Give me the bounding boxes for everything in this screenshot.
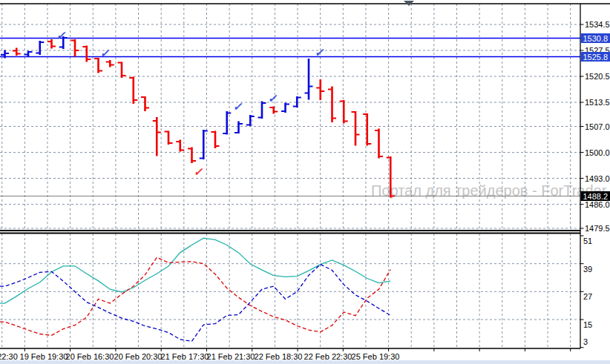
main-chart-area[interactable] (0, 4, 580, 231)
time-scale[interactable] (0, 348, 610, 363)
trading-chart-window: Портал для трейдеров - ForTrader.ru ✓✓✓✓… (0, 0, 610, 364)
indicator-panel-area[interactable] (0, 234, 580, 348)
chart-canvas: ✓✓✓✓✓✓1534.51527.51520.51513.51507.01500… (0, 0, 610, 364)
price-scale[interactable] (580, 4, 610, 348)
